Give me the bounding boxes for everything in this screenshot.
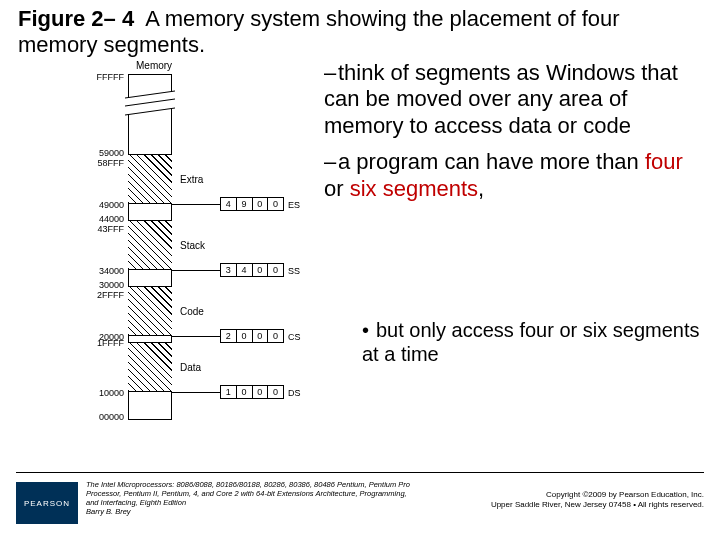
lead-line: [172, 270, 220, 271]
sub-bullet: •but only access four or six segments at…: [362, 318, 702, 366]
bullet-2-or: or: [324, 176, 350, 201]
register-ds: 1 0 0 0: [220, 385, 284, 399]
addr-extra-top2: 58FFF: [68, 158, 124, 168]
copyright: Copyright ©2009 by Pearson Education, In…: [434, 490, 704, 509]
register-label-cs: CS: [288, 332, 301, 342]
reg-digit: 0: [253, 264, 269, 276]
figure-title: Figure 2– 4 A memory system showing the …: [18, 6, 702, 59]
memory-break-icon: [125, 94, 175, 110]
reg-digit: 3: [221, 264, 237, 276]
register-cs: 2 0 0 0: [220, 329, 284, 343]
memory-diagram: Memory FFFFF 59000 58FFF 49000 Extra 4 9…: [30, 60, 320, 440]
addr-code-top2: 2FFFF: [68, 290, 124, 300]
segment-name-code: Code: [180, 306, 204, 317]
bullet-1-text: think of segments as Windows that can be…: [324, 60, 678, 138]
sub-bullet-text: but only access four or six segments at …: [362, 319, 699, 365]
bullet-1: –think of segments as Windows that can b…: [324, 60, 702, 139]
reg-digit: 0: [253, 386, 269, 398]
segment-name-extra: Extra: [180, 174, 203, 185]
footer: PEARSON The Intel Microprocessors: 8086/…: [0, 472, 720, 540]
lead-line: [172, 392, 220, 393]
reg-digit: 0: [268, 330, 283, 342]
register-label-ds: DS: [288, 388, 301, 398]
register-es: 4 9 0 0: [220, 197, 284, 211]
pearson-logo: PEARSON: [16, 482, 78, 524]
book-author: Barry B. Brey: [86, 507, 131, 516]
bullet-2: –a program can have more than four or si…: [324, 149, 702, 202]
copyright-line2: Upper Saddle River, New Jersey 07458 • A…: [491, 500, 704, 509]
footer-rule: [16, 472, 704, 473]
book-title: The Intel Microprocessors: 8086/8088, 80…: [86, 480, 416, 516]
reg-digit: 0: [268, 386, 283, 398]
bullet-2-four: four: [645, 149, 683, 174]
addr-stack-top: 44000: [68, 214, 124, 224]
register-label-es: ES: [288, 200, 300, 210]
reg-digit: 4: [237, 264, 253, 276]
segment-name-stack: Stack: [180, 240, 205, 251]
reg-digit: 0: [253, 198, 269, 210]
segment-data: [128, 342, 172, 392]
addr-stack-top2: 43FFF: [68, 224, 124, 234]
reg-digit: 0: [253, 330, 269, 342]
reg-digit: 0: [237, 330, 253, 342]
reg-digit: 0: [268, 198, 283, 210]
memory-label: Memory: [136, 60, 172, 71]
addr-top: FFFFF: [68, 72, 124, 82]
lead-line: [172, 204, 220, 205]
reg-digit: 0: [237, 386, 253, 398]
segment-code: [128, 286, 172, 336]
addr-stack-bottom: 34000: [68, 266, 124, 276]
addr-bottom: 00000: [68, 412, 124, 422]
book-title-text: The Intel Microprocessors: 8086/8088, 80…: [86, 480, 410, 507]
bullet-2-six: six segments: [350, 176, 478, 201]
reg-digit: 0: [268, 264, 283, 276]
bullet-2-comma: ,: [478, 176, 484, 201]
reg-digit: 9: [237, 198, 253, 210]
addr-data-top: 1FFFF: [68, 338, 124, 348]
addr-code-top: 30000: [68, 280, 124, 290]
bullet-2-text-a: a program can have more than: [338, 149, 645, 174]
reg-digit: 4: [221, 198, 237, 210]
dash-icon: –: [324, 60, 338, 86]
segment-name-data: Data: [180, 362, 201, 373]
register-label-ss: SS: [288, 266, 300, 276]
addr-data-bottom: 10000: [68, 388, 124, 398]
segment-extra: [128, 154, 172, 204]
reg-digit: 2: [221, 330, 237, 342]
bullet-list: –think of segments as Windows that can b…: [324, 60, 702, 212]
lead-line: [172, 336, 220, 337]
bullet-dot-icon: •: [362, 318, 376, 342]
copyright-line1: Copyright ©2009 by Pearson Education, In…: [546, 490, 704, 499]
reg-digit: 1: [221, 386, 237, 398]
slide: Figure 2– 4 A memory system showing the …: [0, 0, 720, 540]
addr-extra-top: 59000: [68, 148, 124, 158]
segment-stack: [128, 220, 172, 270]
figure-number: Figure 2– 4: [18, 6, 134, 31]
addr-extra-bottom: 49000: [68, 200, 124, 210]
register-ss: 3 4 0 0: [220, 263, 284, 277]
dash-icon: –: [324, 149, 338, 175]
